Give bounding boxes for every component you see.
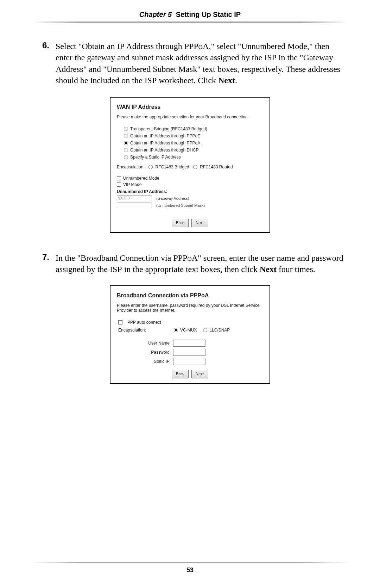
auto-connect-label: PPP auto connect <box>127 320 161 325</box>
opt-label: Transparent Bridging (RFC1483 Bridged) <box>130 126 207 131</box>
radio-icon[interactable] <box>193 165 197 169</box>
vip-mode-check[interactable]: VIP Mode <box>117 182 263 187</box>
radio-icon[interactable] <box>203 328 207 332</box>
figure-pppoa: Broadband Connection via PPPoA Please en… <box>32 285 348 384</box>
s7-isp: ISP <box>110 265 122 274</box>
pppoa-title: Broadband Connection via PPPoA <box>117 292 263 299</box>
gateway-hint: (Gateway Address) <box>156 196 189 200</box>
wan-ip-dialog: WAN IP Address Please make the appropria… <box>110 97 270 233</box>
encap-llcsnap[interactable]: LLC/SNAP <box>209 328 230 333</box>
next-button[interactable]: Next <box>191 370 208 378</box>
static-ip-input[interactable] <box>173 358 205 365</box>
encapsulation-row: Encapsulation: RFC1483 Bridged RFC1483 R… <box>117 165 263 169</box>
checkbox-icon <box>117 176 121 180</box>
s6-t1: Select "Obtain an <box>56 42 117 51</box>
radio-icon <box>124 134 128 138</box>
unnumbered-mode-check[interactable]: Unnumbered Mode <box>117 176 263 181</box>
wan-title: WAN IP Address <box>117 104 263 110</box>
password-row: Password <box>117 349 263 356</box>
static-ip-row: Static IP <box>117 358 263 365</box>
pppoa-button-row: Back Next <box>117 370 263 378</box>
step-6: 6. Select "Obtain an IP Address through … <box>32 41 348 86</box>
auto-connect-row[interactable]: PPP auto connect <box>118 320 263 325</box>
s7-pppoa: PPPoA <box>173 253 198 262</box>
opt-static-ip[interactable]: Specify a Static IP Address <box>124 155 263 160</box>
step-7-number: 7. <box>32 252 56 262</box>
s6-next: Next <box>218 76 235 85</box>
s6-pppoa: PPPoA <box>184 42 209 51</box>
opt-label: Specify a Static IP Address <box>130 155 181 160</box>
user-name-input[interactable] <box>173 340 205 347</box>
encap-vcmux[interactable]: VC-MUX <box>180 328 197 333</box>
subnet-mask-row: (Unnumbered Subnet Mask) <box>117 203 263 208</box>
unnum-label: Unnumbered Mode <box>123 176 159 181</box>
step-6-text: Select "Obtain an IP Address through PPP… <box>56 41 348 86</box>
step-7-text: In the "Broadband Connection via PPPoA" … <box>56 252 348 275</box>
encap-label: Encapsulation: <box>117 165 145 169</box>
step-7: 7. In the "Broadband Connection via PPPo… <box>32 252 348 275</box>
user-name-label: User Name <box>117 341 173 346</box>
subnet-hint: (Unnumbered Subnet Mask) <box>156 203 205 208</box>
checkbox-icon <box>118 320 122 324</box>
footer-rule <box>32 562 348 563</box>
wan-desc: Please make the appropriate selection fo… <box>117 114 263 119</box>
back-button[interactable]: Back <box>172 370 189 378</box>
user-name-row: User Name <box>117 340 263 347</box>
radio-icon[interactable] <box>174 328 178 332</box>
chapter-title: Setting Up Static IP <box>176 11 241 18</box>
s7-t4: four times. <box>277 265 315 274</box>
back-button[interactable]: Back <box>172 219 189 227</box>
opt-label: Obtain an IP Address through DHCP <box>130 148 199 153</box>
opt-pppoa[interactable]: Obtain an IP Address through PPPoA <box>124 141 263 146</box>
s6-isp1: ISP <box>264 53 277 62</box>
header-rule <box>32 21 348 23</box>
radio-icon <box>124 127 128 131</box>
wan-button-row: Back Next <box>117 219 263 227</box>
encap-opt-bridged[interactable]: RFC1483 Bridged <box>155 165 189 169</box>
opt-dhcp[interactable]: Obtain an IP Address through DHCP <box>124 148 263 153</box>
pppoa-dialog: Broadband Connection via PPPoA Please en… <box>110 285 270 384</box>
unnum-ip-label: Unnumbered IP Address: <box>117 189 263 194</box>
opt-label: Obtain an IP Address through PPPoA <box>130 141 200 146</box>
opt-label: Obtain an IP Address through PPPoE <box>130 134 200 138</box>
page-number: 53 <box>0 567 380 574</box>
opt-transparent-bridging[interactable]: Transparent Bridging (RFC1483 Bridged) <box>124 126 263 131</box>
chapter-label: Chapter 5 <box>139 11 172 18</box>
encap-label: Encapsulation: <box>118 328 167 333</box>
step-6-number: 6. <box>32 41 56 50</box>
opt-pppoe[interactable]: Obtain an IP Address through PPPoE <box>124 134 263 138</box>
password-label: Password <box>117 350 173 355</box>
pppoa-desc: Please enter the username, password requ… <box>117 303 263 313</box>
s7-next: Next <box>260 265 277 274</box>
s6-period: . <box>235 76 237 85</box>
gateway-address-row: 0.0.0.0 (Gateway Address) <box>117 196 263 201</box>
vip-label: VIP Mode <box>123 182 141 187</box>
s6-isp2: ISP <box>145 76 157 85</box>
s7-t1: In the "Broadband Connection via <box>56 253 173 262</box>
checkbox-icon <box>117 182 121 187</box>
radio-icon[interactable] <box>148 165 153 169</box>
s6-ip: IP <box>117 42 124 51</box>
s6-t5: worksheet. Click <box>157 76 218 85</box>
unnumbered-block: Unnumbered Mode VIP Mode Unnumbered IP A… <box>117 176 263 208</box>
figure-wan-ip: WAN IP Address Please make the appropria… <box>32 97 348 233</box>
radio-icon <box>124 141 128 145</box>
connection-options: Transparent Bridging (RFC1483 Bridged) O… <box>124 126 263 160</box>
radio-icon <box>124 148 128 152</box>
password-input[interactable] <box>173 349 205 356</box>
gateway-input[interactable]: 0.0.0.0 <box>117 196 152 201</box>
static-ip-label: Static IP <box>117 359 173 364</box>
chapter-header: Chapter 5 Setting Up Static IP <box>32 11 348 21</box>
radio-icon <box>124 155 128 159</box>
next-button[interactable]: Next <box>191 219 208 227</box>
s7-t3: in the appropriate text boxes, then clic… <box>122 265 260 274</box>
encap-opt-routed[interactable]: RFC1483 Routed <box>200 165 233 169</box>
s6-t2: Address through <box>125 42 184 51</box>
pppoa-encap-row: Encapsulation: VC-MUX LLC/SNAP <box>118 328 263 333</box>
subnet-input[interactable] <box>117 203 152 208</box>
